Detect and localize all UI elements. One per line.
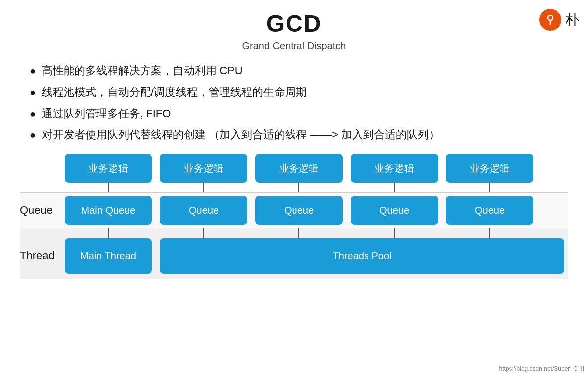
queue-box-3: Queue: [255, 196, 343, 225]
queue-box-1: Main Queue: [65, 196, 152, 225]
biz-box-1: 业务逻辑: [65, 154, 152, 183]
page-container: 朴 GCD Grand Central Dispatch 高性能的多线程解决方案…: [0, 0, 588, 375]
bullet-item-4: 对开发者使用队列代替线程的创建 （加入到合适的线程 ——> 加入到合适的队列）: [30, 126, 568, 143]
queue-box-4: Queue: [351, 196, 438, 225]
biz-box-2: 业务逻辑: [160, 154, 247, 183]
logo-area: 朴: [539, 9, 579, 31]
connector-2: [160, 183, 247, 192]
header: GCD Grand Central Dispatch: [20, 10, 568, 52]
thread-pool-box: Threads Pool: [160, 238, 564, 274]
qconnector-5: [446, 228, 533, 238]
thread-main-box: Main Thread: [65, 238, 152, 274]
biz-to-queue-connectors: [20, 183, 568, 192]
watermark: https://blog.csdn.net/Super_C_II: [499, 365, 584, 372]
connector-1: [65, 183, 152, 192]
bullet-item-3: 通过队列管理多任务, FIFO: [30, 105, 568, 122]
diagram-area: 业务逻辑 业务逻辑 业务逻辑 业务逻辑 业务逻辑 Queue Main Queu…: [20, 154, 568, 279]
queue-box-2: Queue: [160, 196, 247, 225]
bullet-item-1: 高性能的多线程解决方案，自动利用 CPU: [30, 62, 568, 79]
connector-3: [255, 183, 343, 192]
queue-cells: Main Queue Queue Queue Queue Queue: [65, 196, 568, 225]
bullet-item-2: 线程池模式，自动分配/调度线程，管理线程的生命周期: [30, 84, 568, 100]
queue-to-thread-connectors: [20, 228, 568, 238]
queue-row-label: Queue: [20, 204, 65, 217]
logo-icon: [539, 9, 561, 31]
biz-box-4: 业务逻辑: [351, 154, 438, 183]
thread-cells: Main Thread Threads Pool: [65, 238, 568, 274]
business-row: 业务逻辑 业务逻辑 业务逻辑 业务逻辑 业务逻辑: [20, 154, 568, 183]
biz-box-3: 业务逻辑: [255, 154, 343, 183]
queue-box-5: Queue: [446, 196, 533, 225]
queue-row: Queue Main Queue Queue Queue Queue Queue: [20, 192, 568, 228]
business-cells: 业务逻辑 业务逻辑 业务逻辑 业务逻辑 业务逻辑: [65, 154, 568, 183]
bullet-list: 高性能的多线程解决方案，自动利用 CPU 线程池模式，自动分配/调度线程，管理线…: [30, 62, 568, 143]
logo-text: 朴: [565, 10, 579, 29]
connector-4: [351, 183, 438, 192]
qconnector-1: [65, 228, 152, 238]
qconnector-4: [351, 228, 438, 238]
qconnector-3: [255, 228, 343, 238]
thread-row: Thread Main Thread Threads Pool: [20, 238, 568, 279]
qconnector-2: [160, 228, 247, 238]
biz-box-5: 业务逻辑: [446, 154, 533, 183]
thread-row-label: Thread: [20, 250, 65, 262]
page-subtitle: Grand Central Dispatch: [20, 40, 568, 52]
connector-5: [446, 183, 533, 192]
page-title: GCD: [20, 10, 568, 37]
